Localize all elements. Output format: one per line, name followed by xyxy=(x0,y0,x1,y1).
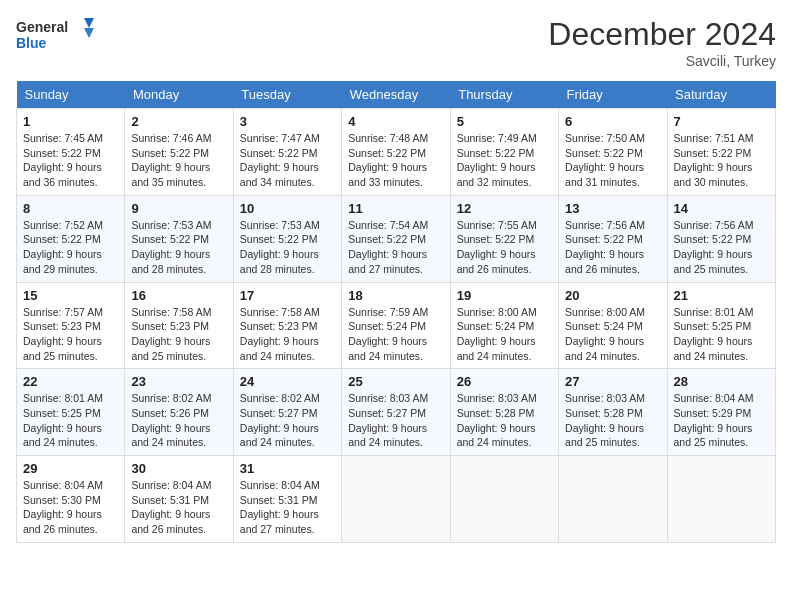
day-info: Sunrise: 8:04 AMSunset: 5:31 PMDaylight:… xyxy=(131,478,226,537)
day-info: Sunrise: 7:52 AMSunset: 5:22 PMDaylight:… xyxy=(23,218,118,277)
calendar-cell: 7Sunrise: 7:51 AMSunset: 5:22 PMDaylight… xyxy=(667,109,775,196)
day-info: Sunrise: 8:01 AMSunset: 5:25 PMDaylight:… xyxy=(674,305,769,364)
day-number: 22 xyxy=(23,374,118,389)
calendar-cell: 2Sunrise: 7:46 AMSunset: 5:22 PMDaylight… xyxy=(125,109,233,196)
day-info: Sunrise: 7:57 AMSunset: 5:23 PMDaylight:… xyxy=(23,305,118,364)
day-number: 13 xyxy=(565,201,660,216)
day-number: 5 xyxy=(457,114,552,129)
day-info: Sunrise: 7:58 AMSunset: 5:23 PMDaylight:… xyxy=(131,305,226,364)
day-number: 23 xyxy=(131,374,226,389)
weekday-header-wednesday: Wednesday xyxy=(342,81,450,109)
calendar-cell: 11Sunrise: 7:54 AMSunset: 5:22 PMDayligh… xyxy=(342,195,450,282)
day-number: 15 xyxy=(23,288,118,303)
day-number: 1 xyxy=(23,114,118,129)
day-number: 12 xyxy=(457,201,552,216)
calendar-cell: 1Sunrise: 7:45 AMSunset: 5:22 PMDaylight… xyxy=(17,109,125,196)
weekday-header-thursday: Thursday xyxy=(450,81,558,109)
day-number: 21 xyxy=(674,288,769,303)
logo: General Blue xyxy=(16,16,96,56)
calendar-week-row: 15Sunrise: 7:57 AMSunset: 5:23 PMDayligh… xyxy=(17,282,776,369)
day-number: 8 xyxy=(23,201,118,216)
day-number: 6 xyxy=(565,114,660,129)
calendar-cell: 8Sunrise: 7:52 AMSunset: 5:22 PMDaylight… xyxy=(17,195,125,282)
day-info: Sunrise: 8:03 AMSunset: 5:28 PMDaylight:… xyxy=(565,391,660,450)
day-number: 14 xyxy=(674,201,769,216)
day-number: 20 xyxy=(565,288,660,303)
calendar-cell: 26Sunrise: 8:03 AMSunset: 5:28 PMDayligh… xyxy=(450,369,558,456)
logo-icon: General Blue xyxy=(16,16,96,56)
location-subtitle: Savcili, Turkey xyxy=(548,53,776,69)
calendar-cell: 22Sunrise: 8:01 AMSunset: 5:25 PMDayligh… xyxy=(17,369,125,456)
day-number: 18 xyxy=(348,288,443,303)
calendar-cell: 28Sunrise: 8:04 AMSunset: 5:29 PMDayligh… xyxy=(667,369,775,456)
day-number: 16 xyxy=(131,288,226,303)
calendar-cell: 3Sunrise: 7:47 AMSunset: 5:22 PMDaylight… xyxy=(233,109,341,196)
day-number: 2 xyxy=(131,114,226,129)
calendar-table: SundayMondayTuesdayWednesdayThursdayFrid… xyxy=(16,81,776,543)
day-info: Sunrise: 8:04 AMSunset: 5:29 PMDaylight:… xyxy=(674,391,769,450)
day-info: Sunrise: 7:46 AMSunset: 5:22 PMDaylight:… xyxy=(131,131,226,190)
day-number: 29 xyxy=(23,461,118,476)
day-number: 9 xyxy=(131,201,226,216)
calendar-cell: 15Sunrise: 7:57 AMSunset: 5:23 PMDayligh… xyxy=(17,282,125,369)
day-number: 26 xyxy=(457,374,552,389)
day-number: 11 xyxy=(348,201,443,216)
day-info: Sunrise: 7:45 AMSunset: 5:22 PMDaylight:… xyxy=(23,131,118,190)
calendar-week-row: 1Sunrise: 7:45 AMSunset: 5:22 PMDaylight… xyxy=(17,109,776,196)
day-info: Sunrise: 7:48 AMSunset: 5:22 PMDaylight:… xyxy=(348,131,443,190)
day-number: 19 xyxy=(457,288,552,303)
day-info: Sunrise: 8:04 AMSunset: 5:30 PMDaylight:… xyxy=(23,478,118,537)
calendar-cell: 4Sunrise: 7:48 AMSunset: 5:22 PMDaylight… xyxy=(342,109,450,196)
calendar-week-row: 22Sunrise: 8:01 AMSunset: 5:25 PMDayligh… xyxy=(17,369,776,456)
day-info: Sunrise: 7:59 AMSunset: 5:24 PMDaylight:… xyxy=(348,305,443,364)
calendar-cell: 10Sunrise: 7:53 AMSunset: 5:22 PMDayligh… xyxy=(233,195,341,282)
calendar-week-row: 29Sunrise: 8:04 AMSunset: 5:30 PMDayligh… xyxy=(17,456,776,543)
day-info: Sunrise: 8:02 AMSunset: 5:26 PMDaylight:… xyxy=(131,391,226,450)
calendar-cell xyxy=(342,456,450,543)
weekday-header-monday: Monday xyxy=(125,81,233,109)
calendar-cell: 30Sunrise: 8:04 AMSunset: 5:31 PMDayligh… xyxy=(125,456,233,543)
day-info: Sunrise: 8:00 AMSunset: 5:24 PMDaylight:… xyxy=(457,305,552,364)
svg-text:Blue: Blue xyxy=(16,35,47,51)
calendar-cell xyxy=(667,456,775,543)
day-info: Sunrise: 7:58 AMSunset: 5:23 PMDaylight:… xyxy=(240,305,335,364)
calendar-cell xyxy=(559,456,667,543)
calendar-cell: 21Sunrise: 8:01 AMSunset: 5:25 PMDayligh… xyxy=(667,282,775,369)
calendar-cell: 29Sunrise: 8:04 AMSunset: 5:30 PMDayligh… xyxy=(17,456,125,543)
day-number: 17 xyxy=(240,288,335,303)
calendar-cell: 31Sunrise: 8:04 AMSunset: 5:31 PMDayligh… xyxy=(233,456,341,543)
weekday-header-tuesday: Tuesday xyxy=(233,81,341,109)
calendar-cell: 19Sunrise: 8:00 AMSunset: 5:24 PMDayligh… xyxy=(450,282,558,369)
day-info: Sunrise: 7:56 AMSunset: 5:22 PMDaylight:… xyxy=(674,218,769,277)
svg-text:General: General xyxy=(16,19,68,35)
calendar-week-row: 8Sunrise: 7:52 AMSunset: 5:22 PMDaylight… xyxy=(17,195,776,282)
calendar-cell: 12Sunrise: 7:55 AMSunset: 5:22 PMDayligh… xyxy=(450,195,558,282)
calendar-cell: 13Sunrise: 7:56 AMSunset: 5:22 PMDayligh… xyxy=(559,195,667,282)
day-info: Sunrise: 7:55 AMSunset: 5:22 PMDaylight:… xyxy=(457,218,552,277)
calendar-cell: 18Sunrise: 7:59 AMSunset: 5:24 PMDayligh… xyxy=(342,282,450,369)
day-number: 30 xyxy=(131,461,226,476)
day-info: Sunrise: 7:50 AMSunset: 5:22 PMDaylight:… xyxy=(565,131,660,190)
weekday-header-row: SundayMondayTuesdayWednesdayThursdayFrid… xyxy=(17,81,776,109)
weekday-header-sunday: Sunday xyxy=(17,81,125,109)
day-number: 3 xyxy=(240,114,335,129)
day-info: Sunrise: 8:03 AMSunset: 5:27 PMDaylight:… xyxy=(348,391,443,450)
calendar-cell: 14Sunrise: 7:56 AMSunset: 5:22 PMDayligh… xyxy=(667,195,775,282)
page-header: General Blue December 2024 Savcili, Turk… xyxy=(16,16,776,69)
day-info: Sunrise: 8:04 AMSunset: 5:31 PMDaylight:… xyxy=(240,478,335,537)
month-title: December 2024 xyxy=(548,16,776,53)
calendar-cell xyxy=(450,456,558,543)
calendar-cell: 24Sunrise: 8:02 AMSunset: 5:27 PMDayligh… xyxy=(233,369,341,456)
svg-marker-3 xyxy=(84,28,94,38)
calendar-cell: 20Sunrise: 8:00 AMSunset: 5:24 PMDayligh… xyxy=(559,282,667,369)
weekday-header-friday: Friday xyxy=(559,81,667,109)
calendar-cell: 23Sunrise: 8:02 AMSunset: 5:26 PMDayligh… xyxy=(125,369,233,456)
day-number: 28 xyxy=(674,374,769,389)
calendar-cell: 5Sunrise: 7:49 AMSunset: 5:22 PMDaylight… xyxy=(450,109,558,196)
calendar-cell: 17Sunrise: 7:58 AMSunset: 5:23 PMDayligh… xyxy=(233,282,341,369)
title-block: December 2024 Savcili, Turkey xyxy=(548,16,776,69)
day-number: 7 xyxy=(674,114,769,129)
day-info: Sunrise: 7:53 AMSunset: 5:22 PMDaylight:… xyxy=(131,218,226,277)
calendar-cell: 9Sunrise: 7:53 AMSunset: 5:22 PMDaylight… xyxy=(125,195,233,282)
calendar-cell: 27Sunrise: 8:03 AMSunset: 5:28 PMDayligh… xyxy=(559,369,667,456)
